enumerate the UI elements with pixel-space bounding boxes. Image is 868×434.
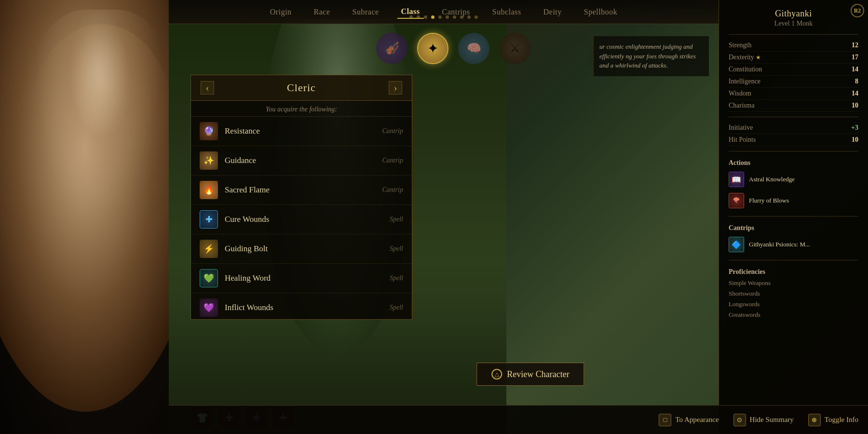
spell-type-healing-word: Spell xyxy=(390,274,403,282)
spell-icon-cure-wounds: ✚ xyxy=(200,210,218,229)
class-panel: ‹ Cleric › You acquire the following: 🔮 … xyxy=(190,75,412,320)
bottom-toolbar: □ To Appearance ⊙ Hide Summary ⊕ Toggle … xyxy=(169,405,868,434)
nav-race[interactable]: Race xyxy=(310,6,334,18)
spell-name-inflict-wounds: Inflict Wounds xyxy=(225,303,390,312)
action-flurry-of-blows[interactable]: 🌪 Flurry of Blows xyxy=(719,190,868,211)
astral-knowledge-name: Astral Knowledge xyxy=(749,176,858,183)
actions-title: Actions xyxy=(719,156,868,169)
stat-intelligence-value: 8 xyxy=(855,78,858,85)
class-icon-2[interactable]: 🧠 xyxy=(458,33,489,64)
review-button-label: Review Character xyxy=(507,369,569,380)
spell-guidance[interactable]: ✨ Guidance Cantrip xyxy=(191,146,412,176)
spell-icon-guidance: ✨ xyxy=(200,151,218,170)
stat-charisma: Charisma 10 xyxy=(729,100,858,112)
spell-cure-wounds[interactable]: ✚ Cure Wounds Spell xyxy=(191,205,412,234)
stat-charisma-value: 10 xyxy=(852,102,858,109)
class-name: Cleric xyxy=(287,81,316,94)
stat-wisdom-value: 14 xyxy=(852,90,858,97)
spell-type-cure-wounds: Spell xyxy=(390,216,403,223)
stat-dexterity-value: 17 xyxy=(852,54,858,61)
right-summary-panel: R2 Githyanki Level 1 Monk Strength 12 De… xyxy=(719,0,868,434)
toggle-info-button[interactable]: ⊕ Toggle Info xyxy=(808,414,858,426)
review-icon: △ xyxy=(491,369,502,380)
stats-section: Strength 12 Dexterity 17 Constitution 14… xyxy=(719,40,868,112)
review-character-button[interactable]: △ Review Character xyxy=(476,363,584,386)
class-selector: ‹ Cleric › xyxy=(191,75,412,101)
spell-name-healing-word: Healing Word xyxy=(225,273,390,283)
nav-origin[interactable]: Origin xyxy=(266,6,296,18)
summary-icon: ⊙ xyxy=(733,414,746,426)
spell-name-sacred-flame: Sacred Flame xyxy=(225,185,382,195)
cantrips-title: Cantrips xyxy=(719,221,868,234)
spell-sacred-flame[interactable]: 🔥 Sacred Flame Cantrip xyxy=(191,176,412,205)
nav-dot-9 xyxy=(475,15,478,19)
spell-type-guiding-bolt: Spell xyxy=(390,245,403,253)
spell-name-resistance: Resistance xyxy=(225,126,382,136)
spell-type-inflict-wounds: Spell xyxy=(390,304,403,312)
spell-name-guidance: Guidance xyxy=(225,156,382,165)
spell-healing-word[interactable]: 💚 Healing Word Spell xyxy=(191,264,412,293)
summary-label: Hide Summary xyxy=(750,416,794,424)
spell-icon-healing-word: 💚 xyxy=(200,269,218,287)
nav-deity[interactable]: Deity xyxy=(540,6,566,18)
character-class-level: Level 1 Monk xyxy=(719,20,868,27)
proficiency-greatswords: Greatswords xyxy=(719,310,868,320)
spell-list: 🔮 Resistance Cantrip ✨ Guidance Cantrip … xyxy=(191,117,412,319)
stat-constitution: Constitution 14 xyxy=(729,64,858,76)
proficiency-longswords: Longswords xyxy=(719,299,868,310)
spell-icon-guiding-bolt: ⚡ xyxy=(200,240,218,258)
acquire-subtitle: You acquire the following: xyxy=(191,101,412,117)
toggle-icon: ⊕ xyxy=(808,414,821,426)
action-psionic[interactable]: 🔷 Githyanki Psionics: M... xyxy=(719,234,868,255)
divider-1 xyxy=(729,34,858,35)
class-icon-1[interactable]: ✦ xyxy=(417,33,448,64)
class-icon-0[interactable]: 🎻 xyxy=(376,33,407,64)
nav-dot-2 xyxy=(424,15,427,19)
appearance-button[interactable]: □ To Appearance xyxy=(659,414,719,426)
appearance-icon: □ xyxy=(659,414,671,426)
nav-spellbook[interactable]: Spellbook xyxy=(580,6,621,18)
spell-type-sacred-flame: Cantrip xyxy=(382,186,403,194)
summary-icon-symbol: ⊙ xyxy=(737,416,742,424)
divider-2 xyxy=(729,117,858,117)
stat-wisdom: Wisdom 14 xyxy=(729,88,858,100)
review-icon-symbol: △ xyxy=(495,371,499,378)
divider-3 xyxy=(729,151,858,151)
spell-icon-resistance: 🔮 xyxy=(200,122,218,140)
stat-strength-value: 12 xyxy=(852,41,858,49)
stat-hp-label: Hit Points xyxy=(729,136,756,144)
proficiency-simple-weapons: Simple Weapons xyxy=(719,278,868,288)
proficiencies-title: Proficiencies xyxy=(719,265,868,278)
character-name: Githyanki xyxy=(719,0,868,19)
class-icons-row: 🎻 ✦ 🧠 ⚔ xyxy=(193,29,714,68)
nav-dot-1 xyxy=(417,15,420,19)
spell-type-resistance: Cantrip xyxy=(382,127,403,135)
nav-dot-4 xyxy=(438,15,442,19)
class-icon-3[interactable]: ⚔ xyxy=(499,33,530,64)
astral-knowledge-icon: 📖 xyxy=(729,172,744,187)
stat-strength: Strength 12 xyxy=(729,40,858,52)
psionic-name: Githyanki Psionics: M... xyxy=(749,241,858,248)
psionic-icon: 🔷 xyxy=(729,237,744,252)
stat-initiative-label: Initiative xyxy=(729,124,753,132)
toggle-label: Toggle Info xyxy=(825,416,858,424)
class-next-button[interactable]: › xyxy=(389,81,402,95)
flurry-of-blows-icon: 🌪 xyxy=(729,193,744,208)
spell-guiding-bolt[interactable]: ⚡ Guiding Bolt Spell xyxy=(191,234,412,264)
nav-subclass[interactable]: Subclass xyxy=(488,6,525,18)
appearance-label: To Appearance xyxy=(675,416,719,424)
hide-summary-button[interactable]: ⊙ Hide Summary xyxy=(733,414,794,426)
spell-name-guiding-bolt: Guiding Bolt xyxy=(225,244,390,254)
divider-4 xyxy=(729,216,858,217)
nav-dot-5 xyxy=(446,15,449,19)
appearance-icon-symbol: □ xyxy=(663,416,667,424)
spell-icon-inflict-wounds: 💜 xyxy=(200,298,218,317)
flurry-of-blows-name: Flurry of Blows xyxy=(749,197,858,204)
action-astral-knowledge[interactable]: 📖 Astral Knowledge xyxy=(719,169,868,190)
nav-subrace[interactable]: Subrace xyxy=(349,6,383,18)
nav-dot-6 xyxy=(453,15,456,19)
spell-inflict-wounds[interactable]: 💜 Inflict Wounds Spell xyxy=(191,293,412,319)
spell-resistance[interactable]: 🔮 Resistance Cantrip xyxy=(191,117,412,146)
stat-wisdom-label: Wisdom xyxy=(729,90,751,97)
class-prev-button[interactable]: ‹ xyxy=(201,81,214,95)
